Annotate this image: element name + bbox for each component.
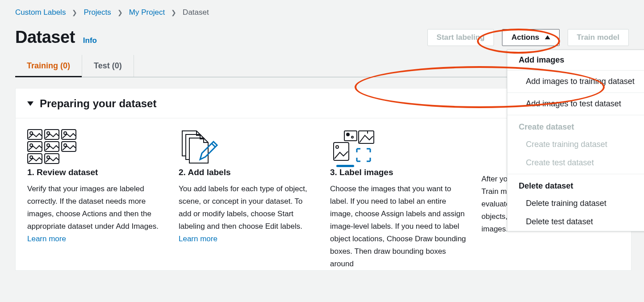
step-label-images: 3. Label images Choose the images that y…: [330, 129, 468, 270]
page-header: Dataset Info Start labeling Actions Trai…: [0, 17, 644, 55]
svg-rect-20: [334, 143, 349, 160]
dropdown-section-add-images: Add images: [507, 50, 644, 68]
svg-point-15: [47, 156, 50, 159]
divider: [507, 92, 644, 93]
chevron-right-icon: ❯: [171, 9, 176, 16]
label-images-icon: [330, 129, 468, 168]
dropdown-delete-training[interactable]: Delete training dataset: [507, 194, 644, 213]
actions-button[interactable]: Actions: [502, 29, 559, 46]
step-title: 2. Add labels: [179, 168, 317, 177]
breadcrumb-my-project[interactable]: My Project: [129, 8, 165, 17]
dropdown-delete-test[interactable]: Delete test dataset: [507, 213, 644, 231]
svg-point-7: [30, 144, 33, 147]
chevron-right-icon: ❯: [117, 9, 123, 16]
dropdown-create-training: Create training dataset: [507, 135, 644, 154]
step-review-dataset: 1. Review dataset Verify that your image…: [27, 129, 165, 270]
documents-pencil-icon: [179, 129, 317, 168]
svg-point-21: [336, 146, 339, 148]
dropdown-section-delete-dataset: Delete dataset: [507, 176, 644, 194]
dropdown-add-images-test[interactable]: Add images to test dataset: [507, 95, 644, 113]
panel-title: Preparing your dataset: [40, 97, 156, 110]
tab-test[interactable]: Test (0): [82, 55, 134, 77]
divider: [507, 115, 644, 115]
svg-point-9: [47, 144, 50, 147]
svg-point-18: [351, 136, 353, 138]
step-title: 1. Review dataset: [27, 168, 165, 177]
caret-down-icon[interactable]: [27, 101, 33, 106]
info-link[interactable]: Info: [83, 36, 97, 45]
breadcrumb-custom-labels[interactable]: Custom Labels: [15, 8, 66, 17]
svg-rect-22: [336, 165, 354, 167]
dropdown-section-create-dataset: Create dataset: [507, 117, 644, 135]
triangle-up-icon: [545, 35, 550, 39]
svg-point-17: [347, 133, 349, 136]
train-model-button[interactable]: Train model: [568, 29, 629, 46]
images-grid-icon: [27, 129, 165, 168]
svg-point-1: [30, 132, 33, 134]
step-title: 3. Label images: [330, 168, 468, 177]
learn-more-link[interactable]: Learn more: [27, 235, 66, 243]
svg-point-11: [64, 144, 67, 147]
breadcrumb-current: Dataset: [183, 8, 209, 17]
step-body: Verify that your images are labeled corr…: [27, 183, 165, 245]
dropdown-create-test: Create test dataset: [507, 154, 644, 172]
breadcrumb: Custom Labels ❯ Projects ❯ My Project ❯ …: [0, 0, 644, 17]
tab-training[interactable]: Training (0): [15, 55, 82, 77]
divider: [507, 70, 644, 71]
start-labeling-button[interactable]: Start labeling: [427, 29, 494, 46]
divider: [507, 174, 644, 174]
actions-dropdown: Add images Add images to training datase…: [507, 50, 644, 231]
step-body: You add labels for each type of object, …: [179, 183, 317, 245]
svg-point-13: [30, 156, 33, 159]
chevron-right-icon: ❯: [72, 9, 77, 16]
step-body: Choose the images that you want to label…: [330, 183, 468, 270]
page-title: Dataset: [15, 28, 75, 47]
step-add-labels: 2. Add labels You add labels for each ty…: [179, 129, 317, 270]
breadcrumb-projects[interactable]: Projects: [84, 8, 111, 17]
svg-point-3: [47, 132, 50, 134]
svg-rect-16: [344, 131, 357, 141]
svg-point-5: [64, 132, 67, 134]
learn-more-link[interactable]: Learn more: [179, 235, 217, 243]
dropdown-add-images-training[interactable]: Add images to training dataset: [507, 72, 644, 91]
actions-button-label: Actions: [511, 33, 539, 42]
